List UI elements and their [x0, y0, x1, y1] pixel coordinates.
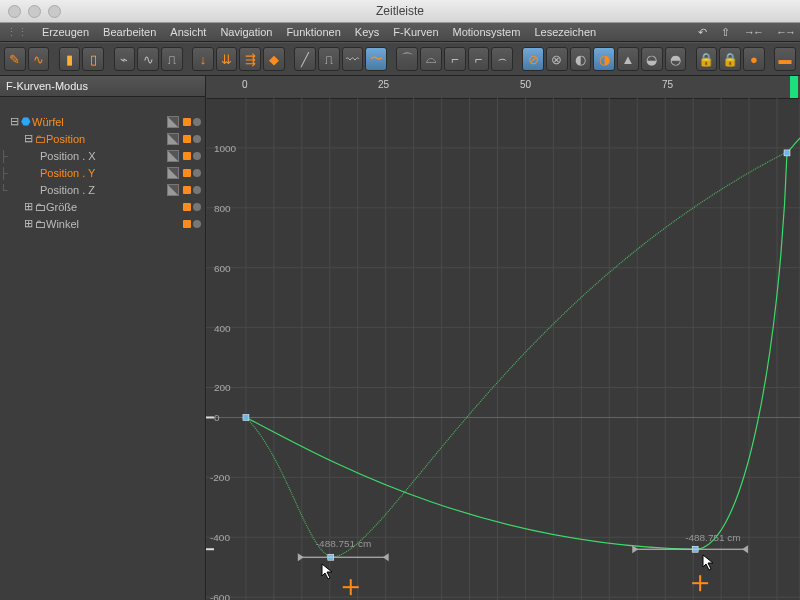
- visibility-toggle[interactable]: [167, 150, 179, 162]
- menu-erzeugen[interactable]: Erzeugen: [42, 26, 89, 38]
- mode-fcurve-button[interactable]: ∿: [28, 47, 50, 71]
- tree-label-size: Größe: [46, 201, 183, 213]
- folder-icon: 🗀: [34, 133, 46, 145]
- tree-label-posx: Position . X: [40, 150, 167, 162]
- handle-b-button[interactable]: ◑: [593, 47, 615, 71]
- tree-label-posy: Position . Y: [40, 167, 167, 179]
- tree-row-angle[interactable]: ⊞ 🗀 Winkel: [0, 215, 205, 232]
- tree-row-position[interactable]: ⊟ 🗀 Position: [0, 130, 205, 147]
- add-key-marker: [343, 579, 359, 595]
- keyframe[interactable]: [243, 414, 249, 420]
- tangent-soft-button[interactable]: ⌒: [396, 47, 418, 71]
- handle-free-button[interactable]: ⊘: [522, 47, 544, 71]
- tangent-flat-button[interactable]: ⌓: [420, 47, 442, 71]
- tangent-auto-button[interactable]: ⌢: [491, 47, 513, 71]
- handle-a-button[interactable]: ◐: [570, 47, 592, 71]
- grip-icon[interactable]: ⋮⋮: [6, 26, 28, 39]
- channel-b-button[interactable]: ▯: [82, 47, 104, 71]
- curve-ghost: [246, 153, 785, 557]
- menu-fkurven[interactable]: F-Kurven: [393, 26, 438, 38]
- cube-icon: ⬣: [20, 115, 32, 128]
- tree-label-angle: Winkel: [46, 218, 183, 230]
- expand-minus-icon[interactable]: ⊟: [22, 132, 34, 145]
- tangent-hard-button[interactable]: ⌐: [444, 47, 466, 71]
- interp-spline-button[interactable]: 〜: [365, 47, 387, 71]
- tree-row-cube[interactable]: ⊟ ⬣ Würfel: [0, 113, 205, 130]
- visibility-toggle[interactable]: [167, 167, 179, 179]
- ruler-tick: 75: [662, 79, 673, 90]
- tree-label-posz: Position . Z: [40, 184, 167, 196]
- menubar: ⋮⋮ Erzeugen Bearbeiten Ansicht Navigatio…: [0, 23, 800, 42]
- nav-collapse-icon[interactable]: →←: [744, 26, 762, 38]
- mute-button[interactable]: ●: [743, 47, 765, 71]
- y-label: 0: [214, 412, 220, 423]
- addkey-4-button[interactable]: ◆: [263, 47, 285, 71]
- curve-canvas[interactable]: 1000 800 600 400 200 0 -200 -400 -600: [206, 98, 800, 600]
- keyframe[interactable]: [784, 150, 790, 156]
- expand-minus-icon[interactable]: ⊟: [8, 115, 20, 128]
- add-key-marker: [692, 575, 708, 591]
- nav-up-icon[interactable]: ⇧: [721, 26, 730, 39]
- handle-weight-button[interactable]: ▲: [617, 47, 639, 71]
- region-button[interactable]: ▬: [774, 47, 796, 71]
- nav-expand-icon[interactable]: ←→: [776, 26, 794, 38]
- y-label: -600: [210, 592, 230, 600]
- tangent-value-left: -488.751 cm: [316, 538, 371, 549]
- window-title: Zeitleiste: [0, 4, 800, 18]
- visibility-toggle[interactable]: [167, 184, 179, 196]
- tree-row-pos-x[interactable]: ├ Position . X: [0, 147, 205, 164]
- menu-lesezeichen[interactable]: Lesezeichen: [534, 26, 596, 38]
- expand-plus-icon[interactable]: ⊞: [22, 217, 34, 230]
- snap-c-button[interactable]: ⎍: [161, 47, 183, 71]
- addkey-3-button[interactable]: ⇶: [239, 47, 261, 71]
- y-label: 200: [214, 383, 231, 394]
- ruler-tick: 25: [378, 79, 389, 90]
- menu-ansicht[interactable]: Ansicht: [170, 26, 206, 38]
- folder-closed-icon: 🗀: [34, 201, 46, 213]
- visibility-toggle[interactable]: [167, 133, 179, 145]
- lock-value-button[interactable]: 🔒: [696, 47, 718, 71]
- curve-position-y[interactable]: [246, 153, 787, 549]
- snap-a-button[interactable]: ⌁: [114, 47, 136, 71]
- handle-lock-button[interactable]: ⊗: [546, 47, 568, 71]
- interp-step-button[interactable]: ⎍: [318, 47, 340, 71]
- handle-c-button[interactable]: ◒: [641, 47, 663, 71]
- y-label: 800: [214, 203, 231, 214]
- handle-d-button[interactable]: ◓: [665, 47, 687, 71]
- tree-row-pos-y[interactable]: ├ Position . Y: [0, 164, 205, 181]
- y-label: 1000: [214, 143, 237, 154]
- toolbar: ✎ ∿ ▮ ▯ ⌁ ∿ ⎍ ↓ ⇊ ⇶ ◆ ╱ ⎍ 〰 〜 ⌒ ⌓ ⌐ ⌐ ⌢ …: [0, 42, 800, 76]
- menu-funktionen[interactable]: Funktionen: [286, 26, 340, 38]
- y-label: -400: [210, 532, 230, 543]
- tree-row-pos-z[interactable]: └ Position . Z: [0, 181, 205, 198]
- menu-motionsystem[interactable]: Motionsystem: [453, 26, 521, 38]
- mode-key-button[interactable]: ✎: [4, 47, 26, 71]
- graph-area[interactable]: 0 25 50 75 1: [206, 76, 800, 600]
- menu-bearbeiten[interactable]: Bearbeiten: [103, 26, 156, 38]
- interp-linear-button[interactable]: ╱: [294, 47, 316, 71]
- expand-plus-icon[interactable]: ⊞: [22, 200, 34, 213]
- tangent-handle-point[interactable]: [742, 545, 748, 553]
- addkey-1-button[interactable]: ↓: [192, 47, 214, 71]
- menu-keys[interactable]: Keys: [355, 26, 379, 38]
- y-label: 600: [214, 263, 231, 274]
- tangent-handle-point[interactable]: [298, 553, 304, 561]
- nav-undo-icon[interactable]: ↶: [698, 26, 707, 39]
- panel-title: F-Kurven-Modus: [0, 76, 205, 97]
- playhead[interactable]: [790, 76, 798, 98]
- visibility-toggle[interactable]: [167, 116, 179, 128]
- ruler-tick: 50: [520, 79, 531, 90]
- channel-a-button[interactable]: ▮: [59, 47, 81, 71]
- time-ruler[interactable]: 0 25 50 75 1: [206, 76, 800, 99]
- interp-ease-button[interactable]: 〰: [342, 47, 364, 71]
- sidebar: F-Kurven-Modus ⊟ ⬣ Würfel ⊟ 🗀 Position ├…: [0, 76, 206, 600]
- tangent-linear-button[interactable]: ⌐: [468, 47, 490, 71]
- addkey-2-button[interactable]: ⇊: [216, 47, 238, 71]
- menu-navigation[interactable]: Navigation: [220, 26, 272, 38]
- window-titlebar: Zeitleiste: [0, 0, 800, 23]
- lock-time-button[interactable]: 🔒: [719, 47, 741, 71]
- tree-row-size[interactable]: ⊞ 🗀 Größe: [0, 198, 205, 215]
- snap-b-button[interactable]: ∿: [137, 47, 159, 71]
- tree-label-position: Position: [46, 133, 167, 145]
- y-label: -200: [210, 472, 230, 483]
